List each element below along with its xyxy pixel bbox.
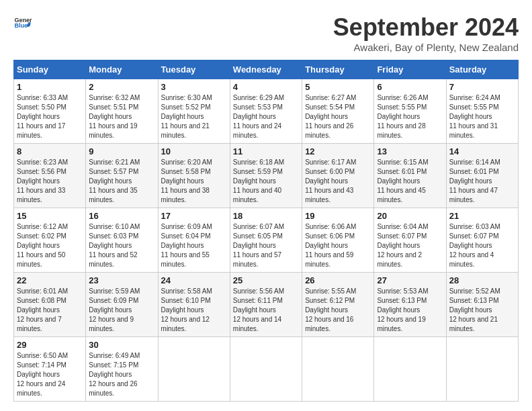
- calendar-cell: 7Sunrise: 6:24 AMSunset: 5:55 PMDaylight…: [446, 79, 518, 144]
- day-info: Sunrise: 6:17 AMSunset: 6:00 PMDaylight …: [305, 158, 371, 205]
- day-number: 4: [233, 82, 299, 92]
- weekday-header-friday: Friday: [374, 60, 446, 79]
- calendar-week-4: 22Sunrise: 6:01 AMSunset: 6:08 PMDayligh…: [14, 273, 519, 337]
- calendar-cell: 19Sunrise: 6:06 AMSunset: 6:06 PMDayligh…: [302, 208, 374, 273]
- day-number: 9: [89, 146, 154, 156]
- weekday-header-sunday: Sunday: [14, 60, 86, 79]
- day-info: Sunrise: 6:14 AMSunset: 6:01 PMDaylight …: [449, 158, 515, 205]
- day-info: Sunrise: 5:52 AMSunset: 6:13 PMDaylight …: [449, 287, 515, 334]
- calendar-cell: 18Sunrise: 6:07 AMSunset: 6:05 PMDayligh…: [230, 208, 302, 273]
- calendar-cell: [230, 337, 302, 402]
- calendar-cell: 29Sunrise: 6:50 AMSunset: 7:14 PMDayligh…: [14, 337, 86, 402]
- calendar-cell: 15Sunrise: 6:12 AMSunset: 6:02 PMDayligh…: [14, 208, 86, 273]
- day-info: Sunrise: 5:55 AMSunset: 6:12 PMDaylight …: [305, 287, 371, 334]
- calendar-cell: 3Sunrise: 6:30 AMSunset: 5:52 PMDaylight…: [158, 79, 230, 144]
- calendar-cell: 5Sunrise: 6:27 AMSunset: 5:54 PMDaylight…: [302, 79, 374, 144]
- calendar-cell: [302, 337, 374, 402]
- weekday-header-thursday: Thursday: [302, 60, 374, 79]
- calendar-cell: [446, 337, 518, 402]
- day-number: 22: [17, 275, 83, 285]
- month-year-title: September 2024: [333, 13, 519, 42]
- day-info: Sunrise: 6:27 AMSunset: 5:54 PMDaylight …: [305, 93, 371, 140]
- day-info: Sunrise: 5:59 AMSunset: 6:09 PMDaylight …: [89, 287, 154, 334]
- day-number: 25: [233, 275, 299, 285]
- logo-icon: General Blue: [13, 13, 32, 32]
- calendar-cell: 13Sunrise: 6:15 AMSunset: 6:01 PMDayligh…: [374, 144, 446, 208]
- day-info: Sunrise: 6:09 AMSunset: 6:04 PMDaylight …: [161, 222, 227, 269]
- calendar-cell: 24Sunrise: 5:58 AMSunset: 6:10 PMDayligh…: [158, 273, 230, 337]
- day-number: 1: [17, 82, 83, 92]
- day-info: Sunrise: 6:06 AMSunset: 6:06 PMDaylight …: [305, 222, 371, 269]
- calendar-cell: [374, 337, 446, 402]
- calendar-cell: [158, 337, 230, 402]
- calendar-cell: 21Sunrise: 6:03 AMSunset: 6:07 PMDayligh…: [446, 208, 518, 273]
- day-number: 8: [17, 146, 83, 156]
- calendar-week-3: 15Sunrise: 6:12 AMSunset: 6:02 PMDayligh…: [14, 208, 519, 273]
- weekday-header-tuesday: Tuesday: [158, 60, 230, 79]
- day-info: Sunrise: 5:56 AMSunset: 6:11 PMDaylight …: [233, 287, 299, 334]
- day-number: 7: [449, 82, 515, 92]
- calendar-cell: 30Sunrise: 6:49 AMSunset: 7:15 PMDayligh…: [86, 337, 158, 402]
- day-info: Sunrise: 6:26 AMSunset: 5:55 PMDaylight …: [377, 93, 443, 140]
- weekday-header-row: SundayMondayTuesdayWednesdayThursdayFrid…: [14, 60, 519, 79]
- calendar-cell: 17Sunrise: 6:09 AMSunset: 6:04 PMDayligh…: [158, 208, 230, 273]
- day-number: 5: [305, 82, 371, 92]
- day-info: Sunrise: 6:23 AMSunset: 5:56 PMDaylight …: [17, 158, 83, 205]
- day-number: 19: [305, 211, 371, 221]
- day-info: Sunrise: 6:21 AMSunset: 5:57 PMDaylight …: [89, 158, 154, 205]
- weekday-header-saturday: Saturday: [446, 60, 518, 79]
- day-info: Sunrise: 6:29 AMSunset: 5:53 PMDaylight …: [233, 93, 299, 140]
- day-info: Sunrise: 5:53 AMSunset: 6:13 PMDaylight …: [377, 287, 443, 334]
- calendar-cell: 27Sunrise: 5:53 AMSunset: 6:13 PMDayligh…: [374, 273, 446, 337]
- day-number: 23: [89, 275, 154, 285]
- calendar-cell: 9Sunrise: 6:21 AMSunset: 5:57 PMDaylight…: [86, 144, 158, 208]
- day-info: Sunrise: 6:07 AMSunset: 6:05 PMDaylight …: [233, 222, 299, 269]
- calendar-cell: 28Sunrise: 5:52 AMSunset: 6:13 PMDayligh…: [446, 273, 518, 337]
- logo: General Blue: [13, 13, 32, 32]
- calendar-cell: 16Sunrise: 6:10 AMSunset: 6:03 PMDayligh…: [86, 208, 158, 273]
- day-info: Sunrise: 6:33 AMSunset: 5:50 PMDaylight …: [17, 93, 83, 140]
- day-info: Sunrise: 6:01 AMSunset: 6:08 PMDaylight …: [17, 287, 83, 334]
- calendar-cell: 2Sunrise: 6:32 AMSunset: 5:51 PMDaylight…: [86, 79, 158, 144]
- calendar-cell: 4Sunrise: 6:29 AMSunset: 5:53 PMDaylight…: [230, 79, 302, 144]
- calendar-cell: 22Sunrise: 6:01 AMSunset: 6:08 PMDayligh…: [14, 273, 86, 337]
- calendar-week-1: 1Sunrise: 6:33 AMSunset: 5:50 PMDaylight…: [14, 79, 519, 144]
- header: General Blue September 2024 Awakeri, Bay…: [13, 13, 519, 53]
- day-info: Sunrise: 6:32 AMSunset: 5:51 PMDaylight …: [89, 93, 154, 140]
- calendar-cell: 11Sunrise: 6:18 AMSunset: 5:59 PMDayligh…: [230, 144, 302, 208]
- weekday-header-wednesday: Wednesday: [230, 60, 302, 79]
- calendar-week-2: 8Sunrise: 6:23 AMSunset: 5:56 PMDaylight…: [14, 144, 519, 208]
- calendar-week-5: 29Sunrise: 6:50 AMSunset: 7:14 PMDayligh…: [14, 337, 519, 402]
- calendar-cell: 12Sunrise: 6:17 AMSunset: 6:00 PMDayligh…: [302, 144, 374, 208]
- day-number: 28: [449, 275, 515, 285]
- svg-text:Blue: Blue: [14, 22, 28, 29]
- day-number: 30: [89, 340, 154, 350]
- calendar-cell: 14Sunrise: 6:14 AMSunset: 6:01 PMDayligh…: [446, 144, 518, 208]
- day-number: 6: [377, 82, 443, 92]
- day-number: 27: [377, 275, 443, 285]
- calendar-cell: 20Sunrise: 6:04 AMSunset: 6:07 PMDayligh…: [374, 208, 446, 273]
- location-subtitle: Awakeri, Bay of Plenty, New Zealand: [333, 42, 519, 53]
- day-info: Sunrise: 6:24 AMSunset: 5:55 PMDaylight …: [449, 93, 515, 140]
- calendar-table: SundayMondayTuesdayWednesdayThursdayFrid…: [13, 60, 519, 402]
- title-area: September 2024 Awakeri, Bay of Plenty, N…: [333, 13, 519, 53]
- day-info: Sunrise: 6:20 AMSunset: 5:58 PMDaylight …: [161, 158, 227, 205]
- day-info: Sunrise: 6:18 AMSunset: 5:59 PMDaylight …: [233, 158, 299, 205]
- day-info: Sunrise: 6:30 AMSunset: 5:52 PMDaylight …: [161, 93, 227, 140]
- day-number: 18: [233, 211, 299, 221]
- day-number: 24: [161, 275, 227, 285]
- day-info: Sunrise: 6:04 AMSunset: 6:07 PMDaylight …: [377, 222, 443, 269]
- calendar-cell: 1Sunrise: 6:33 AMSunset: 5:50 PMDaylight…: [14, 79, 86, 144]
- day-info: Sunrise: 6:15 AMSunset: 6:01 PMDaylight …: [377, 158, 443, 205]
- day-number: 12: [305, 146, 371, 156]
- day-number: 17: [161, 211, 227, 221]
- day-number: 20: [377, 211, 443, 221]
- day-info: Sunrise: 6:50 AMSunset: 7:14 PMDaylight …: [17, 351, 83, 398]
- calendar-cell: 8Sunrise: 6:23 AMSunset: 5:56 PMDaylight…: [14, 144, 86, 208]
- day-number: 11: [233, 146, 299, 156]
- day-info: Sunrise: 6:10 AMSunset: 6:03 PMDaylight …: [89, 222, 154, 269]
- calendar-cell: 26Sunrise: 5:55 AMSunset: 6:12 PMDayligh…: [302, 273, 374, 337]
- day-number: 15: [17, 211, 83, 221]
- day-number: 10: [161, 146, 227, 156]
- calendar-cell: 6Sunrise: 6:26 AMSunset: 5:55 PMDaylight…: [374, 79, 446, 144]
